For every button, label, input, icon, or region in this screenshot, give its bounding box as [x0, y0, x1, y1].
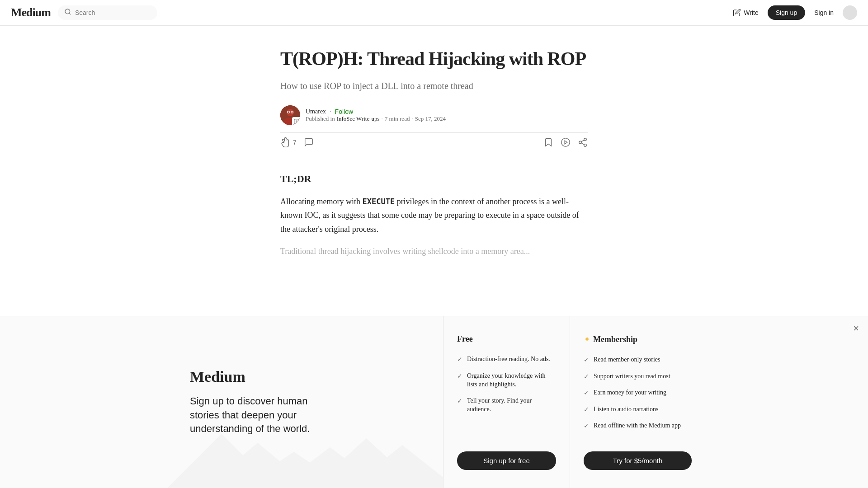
read-time: 7 min read: [385, 115, 410, 122]
medium-logo[interactable]: Medium: [11, 6, 51, 19]
article-subtitle: How to use ROP to inject a DLL into a re…: [280, 79, 588, 93]
search-input[interactable]: [75, 9, 147, 16]
svg-line-1: [69, 13, 71, 14]
write-label: Write: [744, 9, 758, 16]
action-right: [543, 137, 588, 147]
body-paragraph-2: Traditional thread hijacking involves wr…: [280, 244, 588, 258]
clap-count: 7: [293, 139, 297, 146]
publish-date: Sep 17, 2024: [415, 115, 446, 122]
tldr-heading: TL;DR: [280, 170, 588, 187]
action-left: 7: [280, 137, 314, 147]
svg-point-10: [561, 138, 570, 146]
avatar[interactable]: [843, 5, 857, 20]
share-button[interactable]: [578, 137, 588, 147]
author-avatar: [280, 105, 300, 125]
svg-marker-11: [565, 141, 567, 144]
author-row: Umarex · Follow Published in InfoSec Wri…: [280, 105, 588, 125]
meta-sep1: ·: [382, 115, 383, 122]
publication-link[interactable]: InfoSec Write-ups: [337, 115, 380, 122]
header-left: Medium: [11, 5, 157, 20]
comment-button[interactable]: [304, 137, 314, 147]
body-paragraph-1: Allocating memory with EXECUTE privilege…: [280, 195, 588, 236]
search-icon: [64, 8, 71, 17]
author-name-row: Umarex · Follow: [306, 108, 446, 115]
svg-point-14: [584, 144, 587, 147]
svg-point-8: [292, 112, 293, 113]
signin-button[interactable]: Sign in: [814, 9, 834, 16]
published-in-label: Published in: [306, 115, 335, 122]
save-button[interactable]: [543, 137, 553, 147]
svg-line-16: [581, 140, 584, 142]
follow-separator: ·: [330, 108, 331, 115]
svg-point-13: [579, 141, 582, 144]
clap-button[interactable]: 7: [280, 137, 297, 147]
svg-point-12: [584, 138, 587, 141]
svg-line-15: [581, 143, 584, 145]
action-bar: 7: [280, 132, 588, 152]
write-button[interactable]: Write: [733, 9, 758, 17]
body-p1-start: Allocating memory with: [280, 197, 362, 206]
follow-button[interactable]: Follow: [335, 108, 353, 115]
search-bar-container: [58, 5, 157, 20]
listen-button[interactable]: [561, 137, 571, 147]
header-right: Write Sign up Sign in: [733, 5, 857, 20]
author-meta: Published in InfoSec Write-ups · 7 min r…: [306, 115, 446, 122]
article-body: TL;DR Allocating memory with EXECUTE pri…: [280, 170, 588, 258]
header: Medium Write Sign up Sign in: [0, 0, 868, 26]
author-info: Umarex · Follow Published in InfoSec Wri…: [306, 108, 446, 122]
signup-button[interactable]: Sign up: [768, 5, 805, 20]
svg-point-0: [65, 9, 70, 14]
meta-sep2: ·: [411, 115, 413, 122]
svg-point-7: [288, 112, 289, 113]
article-title: T(ROP)H: Thread Hijacking with ROP: [280, 47, 588, 70]
author-name[interactable]: Umarex: [306, 108, 326, 115]
body-p1-code: EXECUTE: [362, 197, 395, 206]
author-avatar-badge: [292, 117, 300, 125]
main-content: T(ROP)H: Thread Hijacking with ROP How t…: [269, 26, 599, 284]
